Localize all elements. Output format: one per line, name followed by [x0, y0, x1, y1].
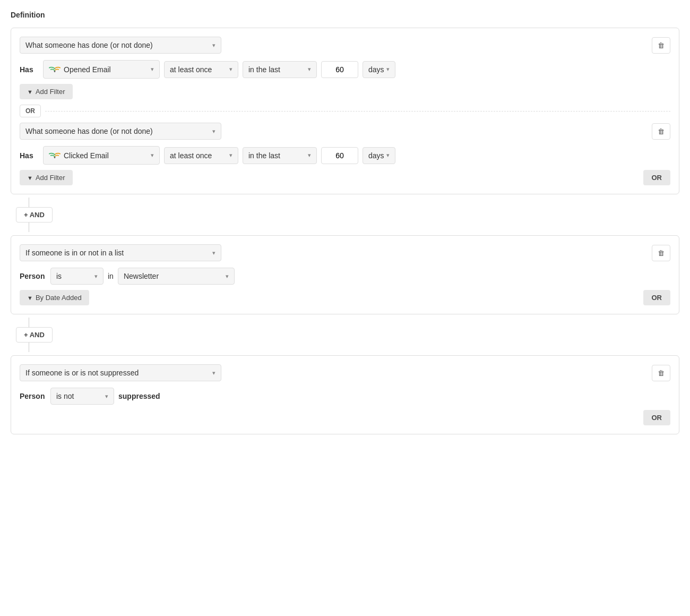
and-vertical-line-2: [29, 318, 29, 327]
action-chevron-1: ▾: [151, 66, 154, 73]
delete-button-3[interactable]: 🗑: [652, 245, 670, 261]
add-filter-label-1: Add Filter: [36, 88, 65, 96]
time-filter-label-1: in the last: [248, 65, 280, 74]
bottom-row-3: OR: [20, 410, 670, 425]
condition-type-select-4[interactable]: If someone is or is not suppressed ▾: [20, 364, 221, 381]
add-filter-label-2: Add Filter: [36, 174, 65, 182]
bottom-row-2: ▼ By Date Added OR: [20, 290, 670, 305]
list-value-label-1: Newsletter: [124, 272, 159, 280]
filter-icon-2: ▼: [27, 175, 33, 181]
condition-type-select-2[interactable]: What someone has done (or not done) ▾: [20, 123, 221, 140]
days-value-input-2[interactable]: [321, 147, 358, 164]
or-line-1: [45, 111, 670, 112]
or-button-1[interactable]: OR: [643, 170, 671, 185]
email-clicked-icon: [49, 150, 61, 160]
person-condition-chevron-1: ▾: [94, 273, 98, 280]
condition-type-select-3[interactable]: If someone is in or not in a list ▾: [20, 244, 221, 261]
action-label-1: Opened Email: [64, 65, 111, 74]
delete-button-1[interactable]: 🗑: [652, 37, 670, 54]
frequency-label-1: at least once: [170, 65, 212, 74]
has-row-2: Has Clicked Email ▾ at least once ▾ in t…: [20, 146, 670, 165]
has-row-1: Has Opened Email ▾ at least once ▾ in th…: [20, 60, 670, 79]
days-value-input-1[interactable]: [321, 61, 358, 78]
add-filter-button-2[interactable]: ▼ Add Filter: [20, 170, 73, 185]
action-select-1[interactable]: Opened Email ▾: [43, 60, 160, 79]
add-filter-row-1: ▼ Add Filter: [20, 84, 670, 99]
person-condition-label-1: is: [56, 272, 62, 280]
delete-button-2[interactable]: 🗑: [652, 123, 670, 140]
or-badge-1: OR: [20, 105, 41, 117]
delete-icon-1: 🗑: [658, 41, 665, 49]
person-label-1: Person: [20, 272, 46, 280]
frequency-select-1[interactable]: at least once ▾: [164, 61, 238, 78]
has-label-2: Has: [20, 151, 39, 160]
person-label-2: Person: [20, 392, 46, 400]
bottom-row-1: ▼ Add Filter OR: [20, 170, 670, 185]
chevron-down-icon-1: ▾: [212, 42, 215, 49]
condition-block-1: What someone has done (or not done) ▾ 🗑 …: [11, 28, 679, 194]
unit-select-1[interactable]: days ▾: [363, 61, 395, 78]
action-select-2[interactable]: Clicked Email ▾: [43, 146, 160, 165]
svg-point-1: [54, 157, 56, 158]
email-opened-icon: [49, 64, 61, 74]
time-filter-select-2[interactable]: in the last ▾: [243, 147, 317, 164]
and-connector-1: + AND: [11, 198, 679, 232]
and-connector-2: + AND: [11, 318, 679, 352]
or-button-2[interactable]: OR: [643, 290, 671, 305]
action-label-2: Clicked Email: [64, 151, 109, 160]
frequency-chevron-2: ▾: [229, 152, 232, 159]
and-vertical-line-2b: [29, 343, 29, 352]
or-button-3[interactable]: OR: [643, 410, 671, 425]
time-filter-chevron-2: ▾: [308, 152, 311, 159]
unit-label-2: days: [368, 151, 384, 160]
svg-point-0: [54, 71, 56, 72]
condition-type-label-1: What someone has done (or not done): [25, 41, 153, 49]
delete-button-4[interactable]: 🗑: [652, 365, 670, 381]
unit-chevron-2: ▾: [386, 152, 390, 159]
list-value-select-1[interactable]: Newsletter ▾: [118, 268, 235, 285]
person-condition-label-2: is not: [56, 392, 74, 400]
unit-select-2[interactable]: days ▾: [363, 147, 395, 164]
filter-icon-3: ▼: [27, 295, 33, 301]
and-vertical-line-1: [29, 198, 29, 207]
in-label-1: in: [108, 272, 114, 280]
chevron-down-icon-4: ▾: [212, 370, 215, 377]
person-row-2: Person is not ▾ suppressed: [20, 388, 670, 405]
add-filter-button-1[interactable]: ▼ Add Filter: [20, 84, 73, 99]
and-button-2[interactable]: + AND: [16, 327, 53, 343]
condition-type-label-4: If someone is or is not suppressed: [25, 369, 139, 377]
has-label-1: Has: [20, 65, 39, 74]
unit-label-1: days: [368, 65, 384, 74]
delete-icon-2: 🗑: [658, 127, 665, 135]
by-date-added-label: By Date Added: [36, 294, 82, 302]
time-filter-select-1[interactable]: in the last ▾: [243, 61, 317, 78]
condition-header-1: What someone has done (or not done) ▾ 🗑: [20, 37, 670, 54]
condition-type-select-1[interactable]: What someone has done (or not done) ▾: [20, 37, 221, 54]
time-filter-chevron-1: ▾: [308, 66, 311, 73]
and-button-1[interactable]: + AND: [16, 207, 53, 223]
person-condition-select-2[interactable]: is not ▾: [50, 388, 114, 405]
person-row-1: Person is ▾ in Newsletter ▾: [20, 268, 670, 285]
list-value-chevron-1: ▾: [226, 273, 229, 280]
page-title: Definition: [11, 11, 679, 19]
filter-icon-1: ▼: [27, 89, 33, 95]
condition-header-2: What someone has done (or not done) ▾ 🗑: [20, 123, 670, 140]
and-vertical-line-1b: [29, 223, 29, 232]
frequency-label-2: at least once: [170, 151, 212, 160]
by-date-added-button[interactable]: ▼ By Date Added: [20, 290, 89, 305]
person-condition-chevron-2: ▾: [105, 393, 108, 400]
frequency-select-2[interactable]: at least once ▾: [164, 147, 238, 164]
chevron-down-icon-3: ▾: [212, 250, 215, 256]
condition-block-2: If someone is in or not in a list ▾ 🗑 Pe…: [11, 235, 679, 314]
chevron-down-icon-2: ▾: [212, 128, 215, 135]
action-chevron-2: ▾: [151, 152, 154, 159]
condition-type-label-2: What someone has done (or not done): [25, 127, 153, 135]
or-divider-1: OR: [20, 105, 670, 117]
condition-header-3: If someone is in or not in a list ▾ 🗑: [20, 244, 670, 261]
time-filter-label-2: in the last: [248, 151, 280, 160]
frequency-chevron-1: ▾: [229, 66, 232, 73]
person-condition-select-1[interactable]: is ▾: [50, 268, 104, 285]
condition-block-3: If someone is or is not suppressed ▾ 🗑 P…: [11, 355, 679, 434]
unit-chevron-1: ▾: [386, 66, 390, 73]
condition-header-4: If someone is or is not suppressed ▾ 🗑: [20, 364, 670, 381]
